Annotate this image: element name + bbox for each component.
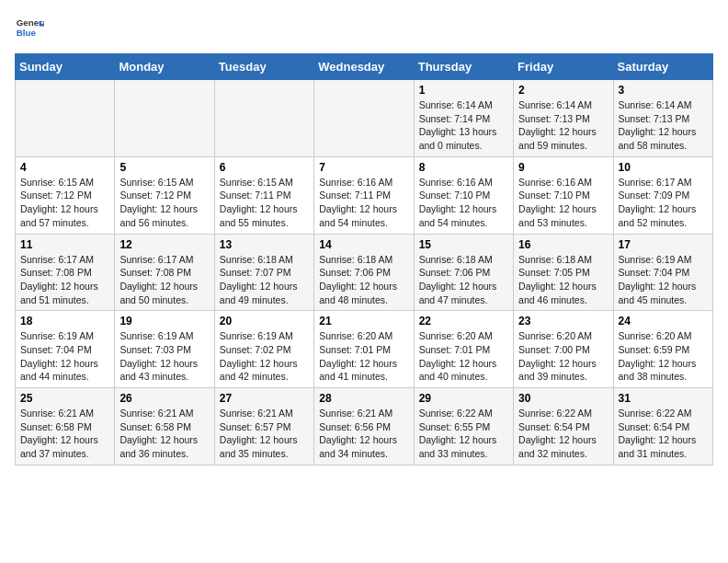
- day-info: Sunrise: 6:15 AM Sunset: 7:11 PM Dayligh…: [220, 176, 309, 230]
- day-number: 4: [20, 161, 109, 174]
- day-number: 2: [518, 84, 608, 97]
- day-info: Sunrise: 6:14 AM Sunset: 7:13 PM Dayligh…: [518, 98, 608, 153]
- calendar-week-row: 1Sunrise: 6:14 AM Sunset: 7:14 PM Daylig…: [16, 80, 713, 157]
- calendar-cell: 13Sunrise: 6:18 AM Sunset: 7:07 PM Dayli…: [214, 234, 313, 311]
- day-info: Sunrise: 6:17 AM Sunset: 7:09 PM Dayligh…: [619, 176, 708, 230]
- day-info: Sunrise: 6:17 AM Sunset: 7:08 PM Dayligh…: [119, 253, 209, 307]
- day-info: Sunrise: 6:21 AM Sunset: 6:58 PM Dayligh…: [20, 407, 109, 461]
- calendar-cell: 12Sunrise: 6:17 AM Sunset: 7:08 PM Dayli…: [115, 234, 214, 311]
- day-info: Sunrise: 6:16 AM Sunset: 7:10 PM Dayligh…: [518, 176, 608, 230]
- day-info: Sunrise: 6:22 AM Sunset: 6:55 PM Dayligh…: [419, 407, 508, 461]
- day-number: 21: [319, 315, 408, 327]
- day-info: Sunrise: 6:20 AM Sunset: 7:01 PM Dayligh…: [419, 329, 508, 384]
- day-number: 27: [220, 392, 309, 405]
- day-number: 28: [319, 392, 408, 405]
- calendar-cell: 21Sunrise: 6:20 AM Sunset: 7:01 PM Dayli…: [314, 311, 414, 388]
- day-info: Sunrise: 6:14 AM Sunset: 7:13 PM Dayligh…: [619, 98, 708, 153]
- calendar-cell: [16, 80, 115, 157]
- calendar-cell: 28Sunrise: 6:21 AM Sunset: 6:56 PM Dayli…: [314, 388, 414, 465]
- weekday-header: Saturday: [613, 54, 712, 80]
- calendar-cell: 24Sunrise: 6:20 AM Sunset: 6:59 PM Dayli…: [613, 311, 712, 388]
- calendar-cell: 19Sunrise: 6:19 AM Sunset: 7:03 PM Dayli…: [115, 311, 214, 388]
- calendar-cell: 5Sunrise: 6:15 AM Sunset: 7:12 PM Daylig…: [115, 156, 214, 234]
- day-number: 11: [20, 238, 109, 251]
- day-info: Sunrise: 6:16 AM Sunset: 7:11 PM Dayligh…: [319, 176, 408, 230]
- day-number: 16: [518, 238, 608, 251]
- day-info: Sunrise: 6:15 AM Sunset: 7:12 PM Dayligh…: [119, 176, 209, 230]
- day-number: 29: [419, 392, 508, 405]
- calendar-cell: 7Sunrise: 6:16 AM Sunset: 7:11 PM Daylig…: [314, 156, 414, 234]
- day-number: 18: [20, 315, 109, 327]
- svg-text:Blue: Blue: [17, 28, 37, 38]
- calendar-cell: [314, 80, 414, 157]
- day-number: 23: [518, 315, 608, 327]
- calendar-week-row: 11Sunrise: 6:17 AM Sunset: 7:08 PM Dayli…: [16, 234, 713, 311]
- calendar-cell: 17Sunrise: 6:19 AM Sunset: 7:04 PM Dayli…: [613, 234, 712, 311]
- calendar-cell: 4Sunrise: 6:15 AM Sunset: 7:12 PM Daylig…: [16, 156, 115, 234]
- day-info: Sunrise: 6:19 AM Sunset: 7:02 PM Dayligh…: [220, 329, 309, 384]
- calendar-cell: 31Sunrise: 6:22 AM Sunset: 6:54 PM Dayli…: [613, 388, 712, 465]
- calendar-cell: 2Sunrise: 6:14 AM Sunset: 7:13 PM Daylig…: [514, 80, 613, 157]
- calendar-cell: 10Sunrise: 6:17 AM Sunset: 7:09 PM Dayli…: [613, 156, 712, 234]
- day-info: Sunrise: 6:18 AM Sunset: 7:06 PM Dayligh…: [419, 253, 508, 307]
- day-info: Sunrise: 6:20 AM Sunset: 7:00 PM Dayligh…: [518, 329, 608, 384]
- day-info: Sunrise: 6:17 AM Sunset: 7:08 PM Dayligh…: [20, 253, 109, 307]
- day-info: Sunrise: 6:18 AM Sunset: 7:07 PM Dayligh…: [220, 253, 309, 307]
- calendar-cell: 26Sunrise: 6:21 AM Sunset: 6:58 PM Dayli…: [115, 388, 214, 465]
- weekday-header: Friday: [514, 54, 613, 80]
- day-info: Sunrise: 6:18 AM Sunset: 7:05 PM Dayligh…: [518, 253, 608, 307]
- day-number: 10: [619, 161, 708, 174]
- day-info: Sunrise: 6:22 AM Sunset: 6:54 PM Dayligh…: [518, 407, 608, 461]
- weekday-header: Thursday: [414, 54, 513, 80]
- calendar-cell: 22Sunrise: 6:20 AM Sunset: 7:01 PM Dayli…: [414, 311, 513, 388]
- day-info: Sunrise: 6:15 AM Sunset: 7:12 PM Dayligh…: [20, 176, 109, 230]
- day-number: 6: [220, 161, 309, 174]
- day-number: 26: [119, 392, 209, 405]
- day-number: 17: [619, 238, 708, 251]
- calendar-cell: 20Sunrise: 6:19 AM Sunset: 7:02 PM Dayli…: [214, 311, 313, 388]
- day-info: Sunrise: 6:21 AM Sunset: 6:56 PM Dayligh…: [319, 407, 408, 461]
- calendar-cell: 27Sunrise: 6:21 AM Sunset: 6:57 PM Dayli…: [214, 388, 313, 465]
- day-number: 20: [220, 315, 309, 327]
- day-number: 30: [518, 392, 608, 405]
- logo: General Blue: [15, 15, 44, 44]
- day-info: Sunrise: 6:21 AM Sunset: 6:57 PM Dayligh…: [220, 407, 309, 461]
- calendar-cell: 30Sunrise: 6:22 AM Sunset: 6:54 PM Dayli…: [514, 388, 613, 465]
- day-number: 19: [119, 315, 209, 327]
- day-number: 1: [419, 84, 508, 97]
- calendar-cell: 3Sunrise: 6:14 AM Sunset: 7:13 PM Daylig…: [613, 80, 712, 157]
- calendar-cell: [115, 80, 214, 157]
- day-info: Sunrise: 6:14 AM Sunset: 7:14 PM Dayligh…: [419, 98, 508, 153]
- calendar-cell: [214, 80, 313, 157]
- day-info: Sunrise: 6:22 AM Sunset: 6:54 PM Dayligh…: [619, 407, 708, 461]
- calendar-cell: 6Sunrise: 6:15 AM Sunset: 7:11 PM Daylig…: [214, 156, 313, 234]
- header-row: SundayMondayTuesdayWednesdayThursdayFrid…: [16, 54, 713, 80]
- calendar-cell: 16Sunrise: 6:18 AM Sunset: 7:05 PM Dayli…: [514, 234, 613, 311]
- calendar-week-row: 25Sunrise: 6:21 AM Sunset: 6:58 PM Dayli…: [16, 388, 713, 465]
- logo-icon: General Blue: [15, 15, 44, 44]
- weekday-header: Wednesday: [314, 54, 414, 80]
- day-info: Sunrise: 6:21 AM Sunset: 6:58 PM Dayligh…: [119, 407, 209, 461]
- calendar-table: SundayMondayTuesdayWednesdayThursdayFrid…: [15, 53, 713, 465]
- day-number: 12: [119, 238, 209, 251]
- day-info: Sunrise: 6:16 AM Sunset: 7:10 PM Dayligh…: [419, 176, 508, 230]
- day-number: 8: [419, 161, 508, 174]
- calendar-cell: 25Sunrise: 6:21 AM Sunset: 6:58 PM Dayli…: [16, 388, 115, 465]
- calendar-cell: 23Sunrise: 6:20 AM Sunset: 7:00 PM Dayli…: [514, 311, 613, 388]
- day-number: 14: [319, 238, 408, 251]
- day-number: 3: [619, 84, 708, 97]
- calendar-cell: 14Sunrise: 6:18 AM Sunset: 7:06 PM Dayli…: [314, 234, 414, 311]
- day-number: 13: [220, 238, 309, 251]
- day-info: Sunrise: 6:20 AM Sunset: 7:01 PM Dayligh…: [319, 329, 408, 384]
- day-number: 25: [20, 392, 109, 405]
- day-number: 31: [619, 392, 708, 405]
- calendar-cell: 9Sunrise: 6:16 AM Sunset: 7:10 PM Daylig…: [514, 156, 613, 234]
- day-number: 9: [518, 161, 608, 174]
- calendar-cell: 8Sunrise: 6:16 AM Sunset: 7:10 PM Daylig…: [414, 156, 513, 234]
- calendar-cell: 15Sunrise: 6:18 AM Sunset: 7:06 PM Dayli…: [414, 234, 513, 311]
- calendar-week-row: 18Sunrise: 6:19 AM Sunset: 7:04 PM Dayli…: [16, 311, 713, 388]
- weekday-header: Tuesday: [214, 54, 313, 80]
- calendar-cell: 29Sunrise: 6:22 AM Sunset: 6:55 PM Dayli…: [414, 388, 513, 465]
- calendar-cell: 11Sunrise: 6:17 AM Sunset: 7:08 PM Dayli…: [16, 234, 115, 311]
- day-info: Sunrise: 6:19 AM Sunset: 7:04 PM Dayligh…: [619, 253, 708, 307]
